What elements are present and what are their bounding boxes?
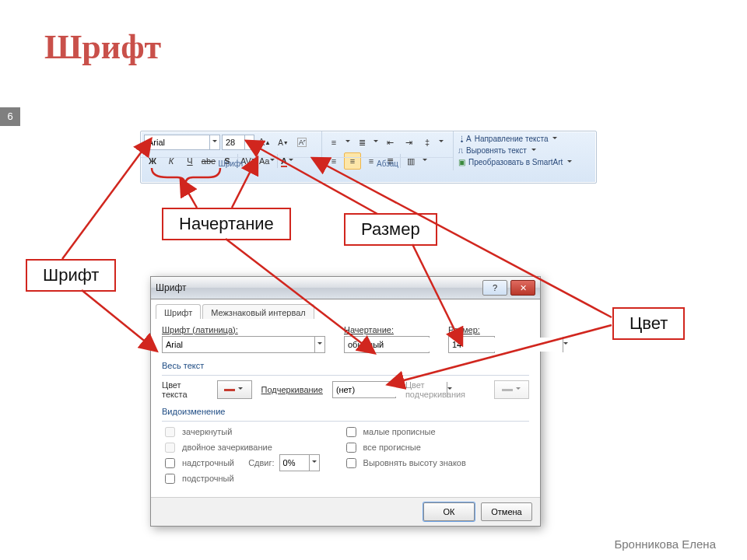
ribbon: Arial 28 A▲ A▼ Aʳ Ж К Ч abe S AV Aa	[140, 131, 597, 184]
chevron-down-icon[interactable]	[209, 135, 219, 149]
align-text-button[interactable]: ⎍Выровнять текст	[458, 145, 591, 156]
callout-size: Размер	[344, 213, 437, 246]
grow-font-button[interactable]: A▲	[256, 134, 273, 151]
chk-sub[interactable]: подстрочный	[162, 471, 320, 485]
underline-combo[interactable]	[332, 381, 396, 398]
font-size-value: 28	[223, 138, 238, 147]
style-combo[interactable]	[344, 336, 430, 353]
chk-equalize[interactable]: Выровнять высоту знаков	[343, 456, 466, 470]
chk-dbl-strike[interactable]: двойное зачеркивание	[162, 440, 320, 454]
style-input[interactable]	[345, 338, 458, 352]
color-swatch-icon	[502, 389, 513, 391]
shrink-font-button[interactable]: A▼	[275, 134, 292, 151]
font-size-combo[interactable]: 28	[222, 135, 254, 150]
svg-line-0	[62, 140, 150, 259]
convert-smartart-button[interactable]: ▣Преобразовать в SmartArt	[458, 156, 591, 168]
indent-dec-button[interactable]: ⇤	[381, 134, 398, 151]
section-all-text: Весь текст	[162, 361, 529, 370]
clear-formatting-button[interactable]: Aʳ	[293, 134, 310, 151]
font-latin-input[interactable]	[163, 338, 314, 352]
help-button[interactable]: ?	[482, 280, 507, 296]
tab-char-spacing[interactable]: Межзнаковый интервал	[202, 304, 314, 320]
section-effects: Видоизменение	[162, 407, 529, 416]
numbering-button[interactable]: ≣	[353, 134, 370, 151]
size-input[interactable]	[449, 338, 563, 352]
callout-style: Начертание	[162, 208, 291, 240]
chk-allcaps[interactable]: все прогисные	[343, 440, 466, 454]
text-color-label: Цвет текста	[162, 380, 208, 399]
page-title: Шрифт	[44, 27, 161, 67]
text-direction-icon: ⭭A	[458, 135, 472, 143]
underline-label: Подчеркивание	[261, 385, 323, 394]
offset-label: Сдвиг:	[248, 458, 274, 467]
ok-button[interactable]: ОК	[423, 502, 475, 521]
author-label: Бронникова Елена	[614, 537, 716, 551]
text-direction-button[interactable]: ⭭AНаправление текста	[458, 133, 591, 145]
chevron-down-icon[interactable]	[314, 337, 324, 352]
ribbon-group-paragraph: ≡ ≣ ⇤ ⇥ ‡ ≡ ≡ ≡ ≣ ▥ Абзац	[322, 131, 454, 170]
dialog-tabs: Шрифт Межзнаковый интервал	[151, 299, 540, 320]
callout-color: Цвет	[612, 307, 685, 340]
dialog-title: Шрифт	[156, 282, 186, 293]
tab-font[interactable]: Шрифт	[156, 304, 201, 320]
text-color-picker[interactable]	[217, 380, 252, 399]
size-combo[interactable]	[448, 336, 495, 353]
callout-font: Шрифт	[26, 259, 116, 292]
title-accent: Шрифт	[44, 28, 161, 66]
align-text-icon: ⎍	[458, 146, 463, 155]
smartart-icon: ▣	[458, 158, 465, 166]
chevron-down-icon[interactable]	[244, 135, 254, 149]
chk-smallcaps[interactable]: малые прописные	[343, 425, 466, 439]
close-button[interactable]: ✕	[510, 280, 535, 296]
underline-color-picker[interactable]	[494, 380, 529, 399]
color-swatch-icon	[224, 389, 235, 391]
dialog-titlebar: Шрифт ? ✕	[151, 277, 540, 299]
font-name-value: Arial	[145, 138, 168, 147]
ribbon-group-label: Абзац	[322, 157, 453, 170]
ribbon-group-textops: ⭭AНаправление текста ⎍Выровнять текст ▣П…	[454, 131, 596, 170]
chevron-down-icon[interactable]	[563, 337, 568, 352]
ribbon-group-font: Arial 28 A▲ A▼ Aʳ Ж К Ч abe S AV Aa	[141, 131, 322, 170]
chk-super[interactable]: надстрочный Сдвиг:	[162, 456, 320, 470]
cancel-button[interactable]: Отмена	[481, 502, 532, 521]
svg-line-1	[82, 290, 156, 350]
size-label: Размер:	[448, 325, 495, 334]
bullets-button[interactable]: ≡	[325, 134, 342, 151]
ribbon-group-label: Шрифт	[141, 157, 321, 170]
slide-number-badge: 6	[0, 107, 20, 126]
font-latin-combo[interactable]	[162, 336, 325, 353]
font-latin-label: Шрифт (латиница):	[162, 325, 325, 334]
svg-line-2	[181, 180, 197, 208]
offset-input[interactable]	[280, 458, 309, 468]
style-label: Начертание:	[344, 325, 430, 334]
chk-strike[interactable]: зачеркнутый	[162, 425, 320, 439]
spinner-icon[interactable]	[309, 455, 319, 471]
indent-inc-button[interactable]: ⇥	[400, 134, 417, 151]
underline-color-label: Цвет подчеркивания	[405, 380, 485, 399]
line-spacing-button[interactable]: ‡	[419, 134, 436, 151]
font-dialog: Шрифт ? ✕ Шрифт Межзнаковый интервал Шри…	[150, 276, 541, 527]
font-name-combo[interactable]: Arial	[144, 135, 220, 150]
